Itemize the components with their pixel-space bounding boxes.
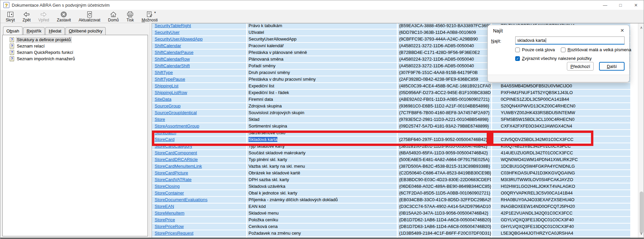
table-row: ShippingListExpediční list{485C0C39-4CE4… xyxy=(152,83,630,89)
find-option-checkbox[interactable]: Rozlišovat malá a velká písmena xyxy=(561,47,631,52)
tab-rejstrik[interactable]: Rejstřík xyxy=(23,27,45,35)
refresh-icon xyxy=(86,11,93,18)
panel-splitter[interactable] xyxy=(150,23,152,238)
checkbox-label: Zvýraznit všechny nalezené položky xyxy=(522,56,592,61)
entity-link[interactable]: StoreDocumentEvaluations xyxy=(155,197,208,202)
entity-link[interactable]: StorePricesRequest xyxy=(155,231,194,236)
entity-guid-cell: {9783E5C2-2981-11D3-A221-00104BB54898} xyxy=(398,116,491,123)
entity-id-cell: L5E3QBG444JOTHRZYCA0JRSHA4 xyxy=(492,230,630,236)
entity-link[interactable]: SecurityUserAllowedApp xyxy=(155,36,203,42)
entity-id-cell: 0CPINES1ZJDL3C5P00CA141B44 xyxy=(492,96,630,102)
entity-name-cell: StoreCardPicture xyxy=(152,170,246,176)
entity-link[interactable]: ShiftType xyxy=(155,70,173,75)
sidebar-tabs: ObsahRejstříkHledatOblíbené položky xyxy=(3,26,106,35)
selected-text: Skladová karta xyxy=(249,137,277,142)
tab-hledat[interactable]: Hledat xyxy=(45,27,65,35)
entity-desc: Přestávka v druhu pracovní směny xyxy=(249,77,316,82)
entity-guid-cell: {307F9F76-151C-4AA8-915B-64179F0B xyxy=(398,70,491,76)
entity-link[interactable]: ShiftCalendarRow xyxy=(155,57,190,62)
entity-link[interactable]: Store xyxy=(155,117,165,122)
entity-link[interactable]: ShiftCalendarShift xyxy=(155,63,190,68)
entity-id-cell: B4A5SMB4DM5OFB5I2U0VMCIJO0 xyxy=(492,83,630,89)
entity-link[interactable]: StoreAssortmentGroup xyxy=(155,124,199,129)
hide-panel-icon xyxy=(7,11,14,18)
find-option-checkbox[interactable]: Zvýraznit všechny nalezené položky xyxy=(515,56,592,61)
table-row: StoreContainerObal k jednotce skl. karty… xyxy=(152,190,630,196)
entity-guid-cell: {485C0C39-4CE4-458B-9CAE-1681B921CFA0} xyxy=(398,83,491,89)
forward-arrow-icon xyxy=(40,11,47,18)
entity-link[interactable]: SecurityUser xyxy=(155,30,179,35)
vertical-scrollbar[interactable]: ∧ ∨ xyxy=(638,23,644,238)
close-icon[interactable]: ✕ xyxy=(628,0,644,10)
entity-guid-cell xyxy=(398,130,491,136)
maximize-icon[interactable]: □ xyxy=(613,0,628,10)
entity-desc: Firemní data xyxy=(249,97,273,102)
find-option-checkbox[interactable]: Pouze celá slova xyxy=(515,47,555,52)
scroll-down-icon[interactable]: ∨ xyxy=(638,231,644,236)
entity-link[interactable]: StoreContainer xyxy=(155,190,184,195)
find-input[interactable]: skladová karta xyxy=(515,36,625,45)
entity-desc-cell: Právo k tabulkám xyxy=(247,23,397,29)
back-arrow-icon xyxy=(23,11,30,18)
entity-link[interactable]: SourceGroup xyxy=(155,103,180,108)
entity-link[interactable]: ShippingList xyxy=(155,83,178,88)
close-icon[interactable]: ✕ xyxy=(620,28,624,33)
entity-desc-cell: Zdrojová skupina xyxy=(247,103,397,109)
entity-link[interactable]: StoreMenuItem xyxy=(155,211,184,216)
previous-button[interactable]: Předchozí xyxy=(567,62,594,71)
entity-link[interactable]: StoreCardDRCARticle xyxy=(155,157,198,162)
entity-link[interactable]: StorePriceRow xyxy=(155,224,184,229)
tree-item[interactable]: Struktury a definice projektů xyxy=(3,36,148,43)
entity-guid-cell: {B59EA3CA-3888-4560-9210-BA33897FC369} xyxy=(398,23,491,29)
tree-item[interactable]: Seznam QuickReports funkcí xyxy=(3,49,148,56)
table-row: SourceGroupZdrojová skupina{936981C0-E6B… xyxy=(152,103,630,109)
entity-link[interactable]: StoreBatch xyxy=(155,130,176,135)
entity-name-cell: ShiftTypePause xyxy=(152,76,246,82)
entity-link[interactable]: StoreCardComponent xyxy=(155,150,197,155)
table-row: StoreCardPictureObrázek ke skladové kart… xyxy=(152,170,630,176)
entity-link[interactable]: StoreCardCategory xyxy=(155,144,192,149)
entity-desc: Expediční list - řádek xyxy=(249,90,289,95)
entity-desc: Obal k jednotce skl. karty xyxy=(249,190,297,195)
toolbar-button-print[interactable]: Tisk xyxy=(123,10,137,23)
toolbar-button-back-arrow[interactable]: Zpět xyxy=(19,10,34,23)
entity-link[interactable]: SiteData xyxy=(155,97,171,102)
entity-link[interactable]: ShiftCalendarPause xyxy=(155,50,194,55)
entity-link[interactable]: ShiftCalendar xyxy=(155,43,181,48)
entity-link[interactable]: StoreClosing xyxy=(155,184,179,189)
entity-name-cell: SourceGroup xyxy=(152,103,246,109)
toolbar-button-hide-panel[interactable]: Skrýt xyxy=(2,10,18,23)
entity-desc-cell: Skladová uzávěrka xyxy=(247,183,397,189)
entity-link[interactable]: ShiftTypePause xyxy=(155,77,185,82)
entity-link[interactable]: SourceGroupIdentical xyxy=(155,110,197,115)
entity-link[interactable]: StorePrice xyxy=(155,217,175,222)
toolbar-button-stop[interactable]: Zastavit xyxy=(53,10,74,23)
entity-link[interactable]: StoreCardPicture xyxy=(155,170,188,175)
toolbar-button-options[interactable]: ▼Možnosti xyxy=(138,10,161,23)
toolbar-button-refresh[interactable]: Aktualizovat xyxy=(75,10,104,23)
entity-desc: Příjemka - známky dílčích skladových dok… xyxy=(249,197,338,202)
toolbar-button-home[interactable]: Domů xyxy=(105,10,122,23)
entity-link[interactable]: ShippingListRow xyxy=(155,90,187,95)
tab-oblibene-polozky[interactable]: Oblíbené položky xyxy=(65,27,106,35)
scroll-up-icon[interactable]: ∧ xyxy=(638,25,644,30)
scrollbar-thumb[interactable] xyxy=(640,191,643,233)
entity-link[interactable]: SecurityTableRight xyxy=(155,23,191,28)
tab-obsah[interactable]: Obsah xyxy=(3,26,22,35)
tree-item[interactable]: Seznam importních manažerů xyxy=(3,56,148,62)
entity-link[interactable]: StoreCardVATRate xyxy=(155,177,192,182)
entity-name-cell: StoreEAN xyxy=(152,204,246,210)
entity-link[interactable]: StoreCardMenuItemLink xyxy=(155,164,202,169)
checkbox-label: Rozlišovat malá a velká písmena xyxy=(568,47,631,52)
minimize-icon[interactable]: — xyxy=(597,0,613,10)
entity-link[interactable]: StoreEAN xyxy=(155,204,174,209)
entity-desc-cell: Typ skladové karty xyxy=(247,143,397,149)
tree-item[interactable]: Seznam relací xyxy=(3,43,148,49)
toolbar-button-label: Zpět xyxy=(22,18,31,22)
entity-guid-cell: {DB1D7D63-1AB6-11D4-A6C8-005004746B20} xyxy=(398,224,491,230)
next-button[interactable]: Další xyxy=(599,62,625,71)
table-row: ShippingListRowExpediční list - řádek{05… xyxy=(152,90,630,96)
entity-link[interactable]: StoreCard xyxy=(155,137,174,142)
entity-desc: Šarže/sériové číslo xyxy=(249,130,285,135)
entity-name-cell: ShiftCalendarShift xyxy=(152,63,246,69)
